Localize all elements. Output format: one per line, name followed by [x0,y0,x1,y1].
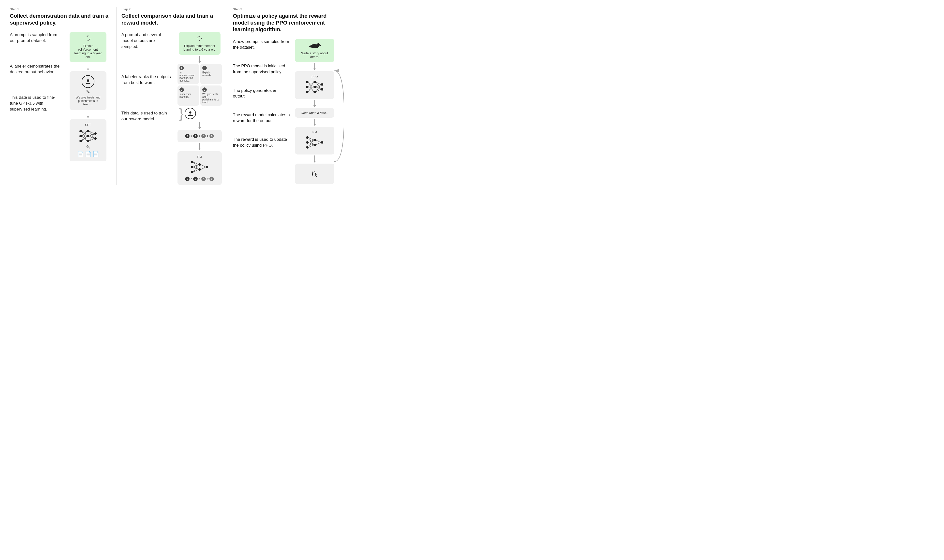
step-3-otter-icon [299,42,330,50]
step-1-labeler-card: ✎ We give treats and punishments to teac… [69,71,106,110]
step-2-ranking-card: D > C > A > B [177,130,222,142]
step-2-title: Collect comparison data and train a rewa… [122,12,223,26]
step-1-nn-svg [78,128,98,144]
step-3-prompt-text: Write a story about otters. [299,51,330,59]
step-3-ppo-nn [305,79,324,95]
svg-line-37 [201,165,206,167]
step-1-left-text: A prompt is sampled from our prompt data… [10,32,61,112]
step-2-brace: } [179,106,184,121]
step-3-output-text: Once upon a time... [299,111,330,115]
step-1-column: Step 1 Collect demonstration data and tr… [5,8,117,185]
step-1-text-2: A labeler demonstrates the desired outpu… [10,63,61,75]
step-3-arrow-2 [313,100,316,107]
step-3-arrow-4 [313,155,316,163]
rank-d: D [185,134,190,138]
step-1-doc-icons: 📄 📄 📄 [74,151,102,157]
step-2-recycle-icon [183,35,217,43]
svg-point-49 [313,91,316,93]
step-2-nn-svg [190,159,210,175]
step-2-outputs-grid: A In reinforcement learning, the agent i… [177,64,222,106]
svg-point-44 [306,81,308,83]
svg-point-43 [319,44,319,45]
step-1-labeler-caption: We give treats and punishments to teach.… [74,96,102,106]
step-2-arrow-3 [198,143,201,150]
svg-line-38 [201,167,206,169]
svg-point-25 [191,161,193,163]
step-2-brace-area: } [179,106,221,121]
output-badge-b: B [202,66,207,70]
rank-c: C [193,134,197,138]
svg-point-45 [306,86,308,88]
step-1-title: Collect demonstration data and train a s… [10,12,111,26]
step-3-text-2: The PPO model is initialized from the su… [233,63,291,75]
step-2-text-2: A labeler ranks the outputs from best to… [122,74,173,86]
svg-point-51 [321,88,323,91]
doc-icon-2: 📄 [85,151,91,157]
step-2-content: A prompt and several model outputs are s… [122,32,223,185]
step-3-column: Step 3 Optimize a policy against the rew… [228,8,339,185]
rm-rank-d: D [185,177,190,181]
svg-line-79 [316,140,321,143]
svg-point-50 [321,83,323,86]
step-3-ppo-card: PPO [295,71,334,99]
doc-icon-3: 📄 [93,151,99,157]
step-2-rm-label: RM [181,155,218,158]
step-2-left-text: A prompt and several model outputs are s… [122,32,173,122]
svg-line-80 [316,143,321,145]
step-1-arrow-2 [87,111,89,118]
step-3-diagram: Write a story about otters. PPO [295,39,334,184]
step-2-arrow-2 [198,122,201,129]
step-2-output-c: C In machine learning... [177,86,199,106]
svg-point-6 [87,140,89,142]
step-3-rk-box: rk [295,163,334,184]
step-3-left-text: A new prompt is sampled from the dataset… [233,39,291,148]
svg-point-7 [94,132,97,135]
step-1-pencil-icon: ✎ [86,89,90,95]
output-badge-a: A [179,66,184,70]
step-3-arrow-1 [313,63,316,70]
svg-point-1 [79,130,82,132]
step-2-prompt-text: Explain reinforcement learning to a 6 ye… [183,44,217,51]
output-text-b: Explain rewards... [202,71,220,77]
rank-a: A [201,134,206,138]
svg-point-24 [189,111,191,114]
step-2-prompt-box: Explain reinforcement learning to a 6 ye… [179,32,221,55]
step-3-label: Step 3 [233,8,334,11]
step-3-output-box: Once upon a time... [295,108,334,118]
rank-b: B [210,134,214,138]
step-3-text-1: A new prompt is sampled from the dataset… [233,39,291,51]
svg-point-30 [206,166,208,168]
svg-point-72 [321,141,323,144]
step-1-pencil-2: ✎ [74,144,102,150]
svg-point-2 [79,135,82,137]
step-2-text-1: A prompt and several model outputs are s… [122,32,173,49]
step-2-output-d: D We give treats and punishments to teac… [201,86,222,106]
svg-point-71 [313,144,316,146]
doc-icon-1: 📄 [77,151,84,157]
output-text-c: In machine learning... [179,93,197,98]
svg-point-68 [306,141,308,144]
step-2-ranking-row: D > C > A > B [181,134,218,138]
step-3-rk-text: rk [312,169,318,177]
step-2-arrow-1 [198,56,201,63]
svg-point-47 [313,81,316,83]
rm-rank-b: B [210,177,214,181]
svg-point-46 [306,91,308,93]
svg-point-48 [313,86,316,88]
step-1-prompt-text: Explain reinforcement learning to a 6 ye… [74,44,102,59]
step-3-rm-label: RM [299,131,330,134]
step-2-output-b: B Explain rewards... [201,64,222,84]
step-2-text-3: This data is used to train our reward mo… [122,110,173,122]
step-3-ppo-label: PPO [299,75,330,78]
step-3-arrow-3 [313,118,316,126]
svg-point-28 [198,163,201,166]
step-3-rm-card: RM [295,127,334,154]
step-1-content: A prompt is sampled from our prompt data… [10,32,111,162]
svg-point-0 [87,79,89,82]
step-3-title: Optimize a policy against the reward mod… [233,12,334,33]
svg-point-70 [313,139,316,141]
step-2-output-a: A In reinforcement learning, the agent i… [177,64,199,84]
svg-point-26 [191,166,193,168]
rm-rank-a: A [201,177,206,181]
step-1-label: Step 1 [10,8,111,11]
